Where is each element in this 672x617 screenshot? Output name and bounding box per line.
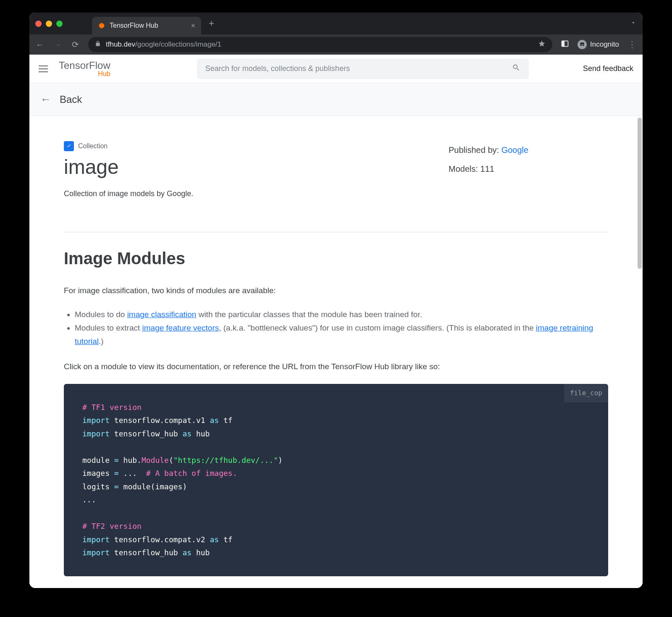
list-item: Modules to extract image feature vectors… (75, 321, 608, 349)
send-feedback-link[interactable]: Send feedback (583, 64, 633, 73)
site-header: TensorFlow Hub Send feedback (29, 55, 643, 83)
incognito-icon (578, 40, 587, 49)
window-controls (35, 21, 63, 27)
browser-tab-bar: TensorFlow Hub × + (29, 13, 643, 34)
logo-text: TensorFlow (59, 60, 110, 71)
back-arrow-icon: ← (40, 93, 51, 106)
tab-favicon-icon (98, 22, 105, 29)
window-maximize-icon[interactable] (56, 21, 63, 27)
intro-para: For image classification, two kinds of m… (64, 285, 608, 297)
models-count: 111 (480, 164, 494, 173)
tabs-dropdown-icon[interactable] (630, 19, 637, 28)
search-icon[interactable] (512, 63, 520, 74)
tab-title: TensorFlow Hub (110, 22, 158, 29)
subheader: ← Back (29, 83, 643, 116)
window-close-icon[interactable] (35, 21, 42, 27)
panel-icon[interactable] (561, 39, 569, 50)
browser-menu-icon[interactable]: ⋮ (627, 39, 637, 50)
copy-code-button[interactable]: file_cop (564, 384, 608, 402)
new-tab-button[interactable]: + (209, 18, 214, 29)
url-input[interactable]: tfhub.dev/google/collections/image/1 (88, 37, 552, 52)
incognito-badge[interactable]: Incognito (578, 40, 619, 49)
models-label: Models: (449, 164, 478, 173)
main-content: Collection image Collection of image mod… (29, 116, 643, 576)
tab-close-icon[interactable]: × (191, 21, 195, 30)
search-bar[interactable] (197, 59, 529, 79)
svg-point-2 (580, 44, 582, 46)
collection-description: Collection of image models by Google. (64, 189, 449, 198)
svg-point-3 (583, 44, 584, 46)
browser-tab[interactable]: TensorFlow Hub × (92, 17, 201, 34)
page-content: TensorFlow Hub Send feedback ← Back (29, 55, 643, 588)
site-logo[interactable]: TensorFlow Hub (59, 60, 110, 77)
collection-meta: Published by: Google Models: 111 (449, 141, 608, 198)
publisher-link[interactable]: Google (501, 145, 529, 155)
collection-badge: Collection (64, 141, 449, 151)
published-by-label: Published by: (449, 145, 499, 155)
nav-forward-icon[interactable]: → (53, 40, 62, 50)
nav-back-icon[interactable]: ← (35, 40, 45, 50)
window-minimize-icon[interactable] (46, 21, 52, 27)
bookmark-icon[interactable] (538, 40, 546, 50)
nav-reload-icon[interactable]: ⟳ (71, 39, 80, 50)
module-kinds-list: Modules to do image classification with … (64, 308, 608, 349)
incognito-label: Incognito (590, 40, 619, 49)
svg-rect-1 (562, 41, 565, 46)
search-input[interactable] (205, 64, 512, 73)
browser-window: TensorFlow Hub × + ← → ⟳ tfhub.dev/googl… (29, 13, 643, 588)
back-button[interactable]: ← Back (40, 93, 82, 106)
collection-badge-label: Collection (78, 142, 108, 150)
collection-icon (64, 141, 74, 151)
divider (64, 232, 608, 232)
back-label: Back (60, 94, 82, 105)
menu-icon[interactable] (39, 63, 48, 74)
click-para: Click on a module to view its documentat… (64, 361, 608, 373)
url-text: tfhub.dev/google/collections/image/1 (106, 40, 221, 49)
logo-subtext: Hub (59, 71, 110, 77)
section-heading: Image Modules (64, 249, 608, 268)
list-item: Modules to do image classification with … (75, 308, 608, 321)
browser-address-bar: ← → ⟳ tfhub.dev/google/collections/image… (29, 34, 643, 55)
image-classification-link[interactable]: image classification (127, 310, 197, 319)
page-title: image (64, 155, 449, 179)
image-feature-vectors-link[interactable]: image feature vectors (142, 323, 219, 332)
code-block: file_cop# TF1 version import tensorflow.… (64, 384, 608, 576)
lock-icon (95, 40, 101, 49)
